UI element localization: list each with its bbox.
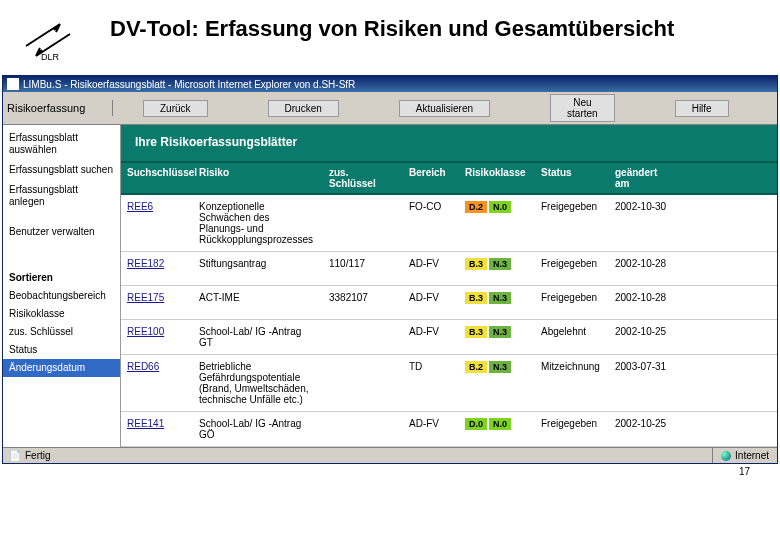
row-changed: 2002-10-30: [609, 195, 679, 218]
row-addkey: 3382107: [323, 286, 403, 309]
row-addkey: [323, 355, 403, 367]
help-button[interactable]: Hilfe: [675, 100, 729, 117]
sidebar-item[interactable]: Erfassungsblatt auswählen: [3, 129, 120, 159]
risk-badge: B.3: [465, 258, 487, 270]
risk-badge: N.3: [489, 292, 511, 304]
main-area: Ihre Risikoerfassungsblätter Suchschlüss…: [121, 125, 777, 447]
app-icon: [7, 78, 19, 90]
table-row: REE100School-Lab/ IG -Antrag GTAD-FVB.3N…: [121, 320, 777, 355]
row-addkey: [323, 195, 403, 207]
row-area: AD-FV: [403, 252, 459, 275]
row-key[interactable]: REE141: [121, 412, 193, 435]
window-title: LIMBu.S - Risikoerfassungsblatt - Micros…: [23, 79, 355, 90]
page-title: Ihre Risikoerfassungsblätter: [121, 125, 777, 163]
row-status: Mitzeichnung: [535, 355, 609, 378]
col-status[interactable]: Status: [535, 163, 609, 193]
risk-badge: D.2: [465, 201, 487, 213]
table-header: Suchschlüssel Risiko zus. Schlüssel Bere…: [121, 163, 777, 195]
row-risk: ACT-IME: [193, 286, 323, 309]
sort-item[interactable]: Änderungsdatum: [3, 359, 120, 377]
row-addkey: 110/117: [323, 252, 403, 275]
row-area: AD-FV: [403, 412, 459, 435]
row-area: TD: [403, 355, 459, 378]
sort-item[interactable]: Beobachtungsbereich: [3, 287, 120, 305]
row-changed: 2002-10-28: [609, 286, 679, 309]
row-risk: Betriebliche Gefährdungspotentiale (Bran…: [193, 355, 323, 411]
col-key[interactable]: Suchschlüssel: [121, 163, 193, 193]
col-area[interactable]: Bereich: [403, 163, 459, 193]
status-text: Fertig: [25, 450, 51, 461]
doc-icon: 📄: [9, 450, 21, 461]
row-class: D.2N.0: [459, 195, 535, 219]
row-area: AD-FV: [403, 320, 459, 343]
row-class: B.3N.3: [459, 252, 535, 276]
row-key[interactable]: REE6: [121, 195, 193, 218]
row-changed: 2002-10-25: [609, 412, 679, 435]
row-risk: School-Lab/ IG -Antrag GT: [193, 320, 323, 354]
col-changed[interactable]: geändert am: [609, 163, 679, 193]
row-addkey: [323, 320, 403, 332]
row-addkey: [323, 412, 403, 424]
back-button[interactable]: Zurück: [143, 100, 208, 117]
risk-badge: B.2: [465, 361, 487, 373]
restart-button[interactable]: Neu starten: [550, 94, 615, 122]
risk-badge: B.3: [465, 292, 487, 304]
toolbar: Risikoerfassung Zurück Drucken Aktualisi…: [3, 92, 777, 125]
globe-icon: [721, 451, 731, 461]
row-risk: Stiftungsantrag: [193, 252, 323, 275]
sidebar: Erfassungsblatt auswählenErfassungsblatt…: [3, 125, 121, 447]
slide-title: DV-Tool: Erfassung von Risiken und Gesam…: [110, 15, 674, 44]
slide-number: 17: [0, 464, 780, 477]
sidebar-item[interactable]: Erfassungsblatt suchen: [3, 161, 120, 179]
row-changed: 2003-07-31: [609, 355, 679, 378]
sort-heading: Sortieren: [3, 269, 120, 287]
risk-badge: D.0: [465, 418, 487, 430]
refresh-button[interactable]: Aktualisieren: [399, 100, 490, 117]
risk-badge: N.0: [489, 418, 511, 430]
row-key[interactable]: REE182: [121, 252, 193, 275]
row-area: FO-CO: [403, 195, 459, 218]
row-class: B.3N.3: [459, 320, 535, 344]
row-risk: Konzeptionelle Schwächen des Planungs- u…: [193, 195, 323, 251]
dlr-logo: DLR: [20, 15, 80, 65]
row-changed: 2002-10-28: [609, 252, 679, 275]
statusbar: 📄 Fertig Internet: [3, 447, 777, 463]
row-status: Abgelehnt: [535, 320, 609, 343]
app-label: Risikoerfassung: [3, 100, 113, 116]
row-status: Freigegeben: [535, 252, 609, 275]
risk-badge: N.3: [489, 361, 511, 373]
window-titlebar: LIMBu.S - Risikoerfassungsblatt - Micros…: [3, 76, 777, 92]
sort-item[interactable]: Status: [3, 341, 120, 359]
col-addkey[interactable]: zus. Schlüssel: [323, 163, 403, 193]
table-row: REE6Konzeptionelle Schwächen des Planung…: [121, 195, 777, 252]
browser-window: LIMBu.S - Risikoerfassungsblatt - Micros…: [2, 75, 778, 464]
col-class[interactable]: Risikoklasse: [459, 163, 535, 193]
row-key[interactable]: REE175: [121, 286, 193, 309]
table-row: REE182Stiftungsantrag110/117AD-FVB.3N.3F…: [121, 252, 777, 286]
svg-text:DLR: DLR: [41, 52, 60, 62]
row-class: B.2N.3: [459, 355, 535, 379]
sort-item[interactable]: zus. Schlüssel: [3, 323, 120, 341]
risk-badge: N.3: [489, 258, 511, 270]
risk-badge: N.3: [489, 326, 511, 338]
row-key[interactable]: RED66: [121, 355, 193, 378]
sidebar-item[interactable]: Benutzer verwalten: [3, 223, 120, 241]
row-changed: 2002-10-25: [609, 320, 679, 343]
row-class: B.3N.3: [459, 286, 535, 310]
table-row: REE141School-Lab/ IG -Antrag GÖAD-FVD.0N…: [121, 412, 777, 447]
row-key[interactable]: REE100: [121, 320, 193, 343]
row-status: Freigegeben: [535, 195, 609, 218]
zone-text: Internet: [735, 450, 769, 461]
sidebar-item[interactable]: Erfassungsblatt anlegen: [3, 181, 120, 211]
sort-item[interactable]: Risikoklasse: [3, 305, 120, 323]
row-risk: School-Lab/ IG -Antrag GÖ: [193, 412, 323, 446]
table-row: RED66Betriebliche Gefährdungspotentiale …: [121, 355, 777, 412]
slide-header: DLR DV-Tool: Erfassung von Risiken und G…: [0, 0, 780, 75]
print-button[interactable]: Drucken: [268, 100, 339, 117]
row-status: Freigegeben: [535, 286, 609, 309]
row-status: Freigegeben: [535, 412, 609, 435]
col-risk[interactable]: Risiko: [193, 163, 323, 193]
table-row: REE175ACT-IME3382107AD-FVB.3N.3Freigegeb…: [121, 286, 777, 320]
risk-badge: N.0: [489, 201, 511, 213]
row-area: AD-FV: [403, 286, 459, 309]
